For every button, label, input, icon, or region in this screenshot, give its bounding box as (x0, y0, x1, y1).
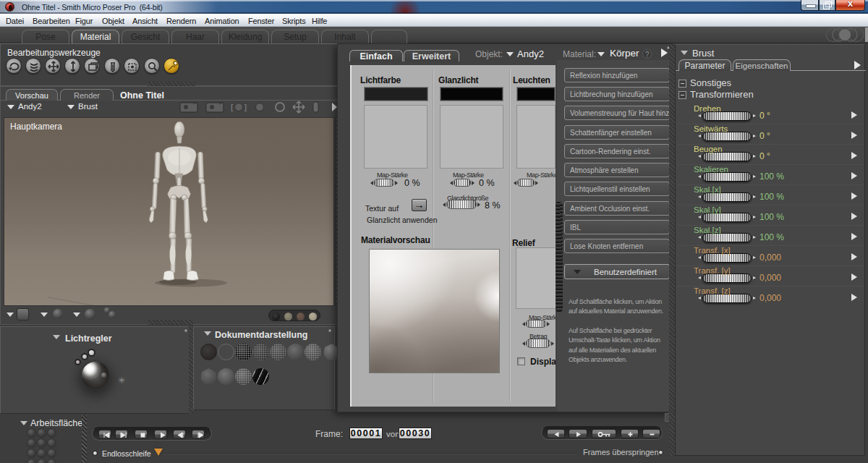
svg-text:[: [ (231, 103, 233, 111)
svg-text:]: ] (244, 103, 247, 111)
